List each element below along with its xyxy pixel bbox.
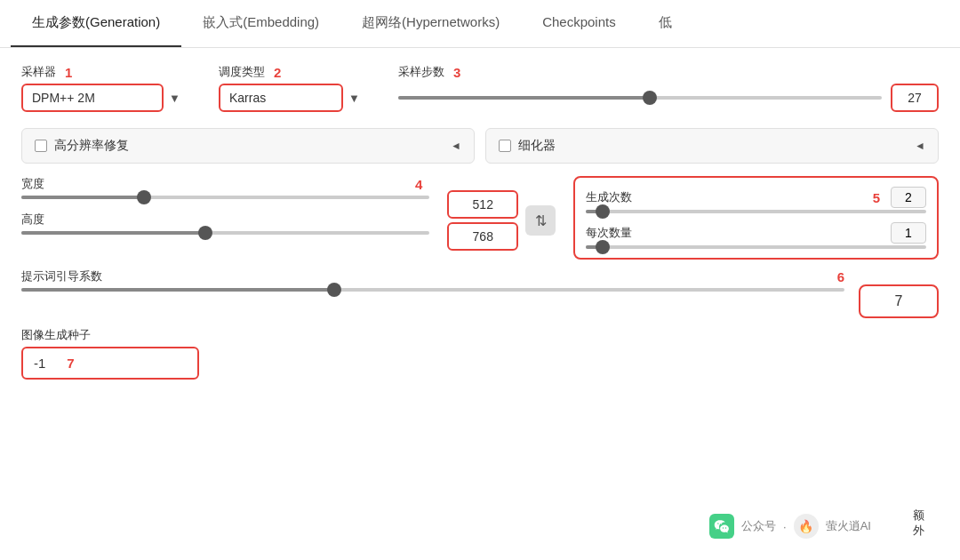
extra-label: 额 外 <box>913 508 924 539</box>
width-slider[interactable] <box>21 196 429 199</box>
refiner-checkbox[interactable] <box>499 140 511 152</box>
tabs-bar: 生成参数(Generation) 嵌入式(Embedding) 超网络(Hype… <box>0 0 960 48</box>
batch-badge: 5 <box>873 190 880 205</box>
batch-count-slider[interactable] <box>586 210 926 213</box>
seed-badge: 7 <box>67 356 74 371</box>
width-label: 宽度 <box>21 176 44 192</box>
generation-content: 采样器 1 DPM++ 2M ▼ 调度类型 2 Kar <box>0 48 960 560</box>
batch-size-slider[interactable] <box>586 245 926 249</box>
schedule-dropdown[interactable]: Karras <box>219 84 343 112</box>
tab-checkpoints[interactable]: Checkpoints <box>521 0 637 47</box>
height-input-box[interactable]: 768 <box>447 222 518 251</box>
sampler-dropdown[interactable]: DPM++ 2M <box>21 84 164 112</box>
schedule-badge: 2 <box>274 65 281 80</box>
height-slider[interactable] <box>21 231 429 235</box>
batch-count-label: 生成次数 <box>586 189 632 205</box>
seed-label: 图像生成种子 <box>21 327 199 343</box>
schedule-label: 调度类型 <box>219 64 265 80</box>
guidance-value[interactable]: 7 <box>895 293 903 308</box>
refiner-arrow[interactable]: ◄ <box>915 140 925 152</box>
width-value: 512 <box>473 197 493 212</box>
steps-label: 采样步数 <box>398 64 444 80</box>
refiner-panel[interactable]: 细化器 ◄ <box>485 128 939 164</box>
seed-value[interactable]: -1 <box>34 356 45 371</box>
hires-checkbox[interactable] <box>35 140 47 152</box>
height-label: 高度 <box>21 212 44 228</box>
schedule-value: Karras <box>229 91 266 105</box>
sampler-label: 采样器 <box>21 64 56 80</box>
height-value: 768 <box>473 229 493 244</box>
guidance-slider[interactable] <box>21 288 844 292</box>
tab-extra[interactable]: 低 <box>637 0 693 47</box>
schedule-arrow[interactable]: ▼ <box>348 92 360 105</box>
steps-slider[interactable] <box>398 96 882 100</box>
tab-hypernetworks[interactable]: 超网络(Hypernetworks) <box>340 0 521 47</box>
refiner-label: 细化器 <box>518 138 556 154</box>
sampler-value: DPM++ 2M <box>32 91 95 105</box>
platform-icon: 🔥 <box>794 514 819 539</box>
watermark-platform: 萤火逍AI <box>826 518 871 534</box>
guidance-label: 提示词引导系数 <box>21 268 102 284</box>
batch-size-value[interactable]: 1 <box>905 226 912 240</box>
steps-badge: 3 <box>453 65 460 80</box>
width-input-box[interactable]: 512 <box>447 190 518 219</box>
hires-label: 高分辨率修复 <box>54 138 129 154</box>
guidance-badge: 6 <box>837 269 844 284</box>
sampler-arrow[interactable]: ▼ <box>169 92 180 105</box>
wh-badge: 4 <box>415 177 422 192</box>
watermark-text1: 公众号 <box>741 518 776 534</box>
tab-embedding[interactable]: 嵌入式(Embedding) <box>181 0 340 47</box>
watermark: 公众号 · 🔥 萤火逍AI <box>709 514 871 539</box>
steps-value[interactable]: 27 <box>908 91 922 105</box>
hires-panel[interactable]: 高分辨率修复 ◄ <box>21 128 475 164</box>
wechat-icon <box>709 514 734 539</box>
watermark-dot: · <box>783 520 787 533</box>
tab-generation[interactable]: 生成参数(Generation) <box>11 0 181 47</box>
batch-count-value[interactable]: 2 <box>905 190 912 204</box>
hires-arrow[interactable]: ◄ <box>451 140 461 152</box>
sampler-badge: 1 <box>65 65 72 80</box>
batch-size-label: 每次数量 <box>586 225 632 241</box>
swap-button[interactable]: ⇅ <box>525 205 556 236</box>
